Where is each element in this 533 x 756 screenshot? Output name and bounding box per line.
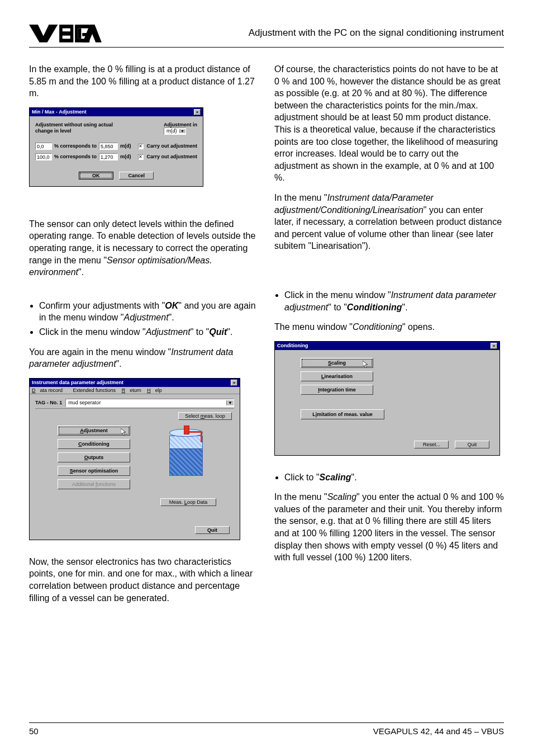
- label-no-actual-change: Adjustment without using actual change i…: [35, 122, 113, 135]
- menu-data-record[interactable]: Data record: [32, 388, 67, 393]
- chevron-down-icon: ▼: [226, 400, 234, 405]
- svg-rect-1: [59, 25, 73, 42]
- tank-graphic: [164, 429, 208, 483]
- cancel-button[interactable]: Cancel: [119, 172, 154, 179]
- label-uom-0: m(d): [120, 143, 131, 149]
- scaling-button[interactable]: Scaling: [301, 358, 373, 368]
- unit-select[interactable]: m(d) ▼: [164, 127, 186, 135]
- menu-return[interactable]: Return: [122, 388, 141, 393]
- svg-rect-2: [63, 29, 70, 32]
- bullet-click-conditioning: Click in the menu window "Instrument dat…: [284, 289, 504, 313]
- dialog1-titlebar: Min / Max - Adjustment ×: [30, 108, 203, 116]
- dialog2-titlebar: Instrument data parameter adjustment ×: [30, 379, 240, 387]
- bullet-click-scaling: Click to "Scaling".: [284, 471, 504, 484]
- label-carry-100: Carry out adjustment: [146, 154, 197, 159]
- doc-id: VEGAPULS 42, 44 and 45 – VBUS: [373, 726, 504, 736]
- chevron-down-icon: ▼: [179, 129, 185, 133]
- para-two-points: Now, the sensor electronics has two char…: [29, 556, 259, 604]
- bullet-confirm-ok: Confirm your adjustments with "OK" and y…: [39, 300, 259, 324]
- unit-value: m(d): [164, 128, 179, 134]
- para-scaling-desc: In the menu "Scaling" you enter the actu…: [274, 491, 504, 564]
- close-icon[interactable]: ×: [491, 343, 497, 349]
- para-back-in-menu: You are again in the menu window "Instru…: [29, 346, 259, 370]
- quit-button[interactable]: Quit: [455, 441, 489, 448]
- input-pct-0[interactable]: 0,0: [35, 143, 52, 150]
- vega-logo: [29, 22, 107, 44]
- linearisation-button[interactable]: Linearisation: [301, 371, 373, 381]
- page-number: 50: [29, 726, 39, 736]
- para-example: In the example, the 0 % filling is at a …: [29, 63, 259, 100]
- conditioning-button[interactable]: Conditioning: [58, 439, 130, 449]
- svg-marker-9: [121, 428, 126, 436]
- label-carry-0: Carry out adjustment: [146, 143, 197, 149]
- label-corresponds-100: % corresponds to: [54, 154, 97, 159]
- input-dist-0[interactable]: 5,850: [99, 143, 118, 150]
- page-footer: 50 VEGAPULS 42, 44 and 45 – VBUS: [29, 722, 504, 736]
- svg-rect-7: [78, 29, 82, 39]
- close-icon[interactable]: ×: [194, 109, 201, 115]
- menu-extended-functions[interactable]: Extended functions: [73, 388, 116, 393]
- select-meas-loop-button[interactable]: Select meas. loop: [178, 412, 232, 420]
- quit-button[interactable]: Quit: [195, 526, 230, 534]
- label-uom-100: m(d): [120, 154, 131, 159]
- para-operating-range: The sensor can only detect levels within…: [29, 218, 259, 278]
- label-corresponds-0: % corresponds to: [54, 143, 97, 149]
- ok-button[interactable]: OK: [79, 172, 113, 179]
- cursor-icon: [121, 428, 127, 436]
- tag-select[interactable]: mud seperator ▼: [65, 399, 234, 407]
- tag-no-label: TAG - No. 1: [35, 400, 62, 405]
- reset-button[interactable]: Reset...: [414, 441, 449, 448]
- page-header: Adjustment with the PC on the signal con…: [29, 22, 504, 48]
- svg-rect-3: [63, 36, 70, 39]
- cursor-icon: [363, 361, 369, 368]
- dialog3-title: Conditioning: [277, 343, 308, 348]
- dialog-instrument-data: Instrument data parameter adjustment × D…: [29, 378, 240, 540]
- label-adjustment-in: Adjustment in: [164, 122, 197, 127]
- checkbox-carry-0[interactable]: ✕: [138, 144, 144, 149]
- header-title: Adjustment with the PC on the signal con…: [249, 27, 504, 39]
- meas-loop-data-button[interactable]: Meas. Loop Data: [160, 498, 216, 506]
- para-char-points: Of course, the characteristics points do…: [274, 63, 504, 184]
- para-linearisation-menu: In the menu "Instrument data/Parameter a…: [274, 192, 504, 252]
- additional-functions-button: Additional functions: [58, 479, 130, 489]
- checkbox-carry-100[interactable]: ✕: [138, 154, 144, 160]
- integration-time-button[interactable]: Integration time: [301, 385, 373, 395]
- dialog-conditioning: Conditioning × Scaling Linearisation Int…: [274, 341, 500, 456]
- dialog1-title: Min / Max - Adjustment: [32, 109, 87, 115]
- para-conditioning-opens: The menu window "Conditioning" opens.: [274, 321, 504, 333]
- close-icon[interactable]: ×: [231, 380, 237, 386]
- dialog3-titlebar: Conditioning ×: [275, 342, 499, 350]
- svg-marker-10: [363, 361, 368, 368]
- bullet-click-quit: Click in the menu window "Adjustment" to…: [39, 326, 259, 338]
- adjustment-button[interactable]: Adjustment: [58, 426, 130, 436]
- tag-desc: mud seperator: [68, 400, 101, 405]
- dialog2-menubar: Data record Extended functions Return He…: [30, 387, 240, 394]
- input-dist-100[interactable]: 1,270: [99, 153, 118, 160]
- outputs-button[interactable]: Outputs: [58, 452, 130, 462]
- dialog-min-max-adjustment: Min / Max - Adjustment × Adjustment with…: [29, 107, 203, 187]
- sensor-optimisation-button[interactable]: Sensor optimisation: [58, 466, 130, 476]
- svg-marker-0: [29, 25, 58, 42]
- input-pct-100[interactable]: 100,0: [35, 153, 52, 160]
- menu-help[interactable]: Help: [147, 388, 162, 393]
- limitation-meas-value-button[interactable]: Limitation of meas. value: [301, 409, 384, 419]
- dialog2-title: Instrument data parameter adjustment: [32, 380, 123, 385]
